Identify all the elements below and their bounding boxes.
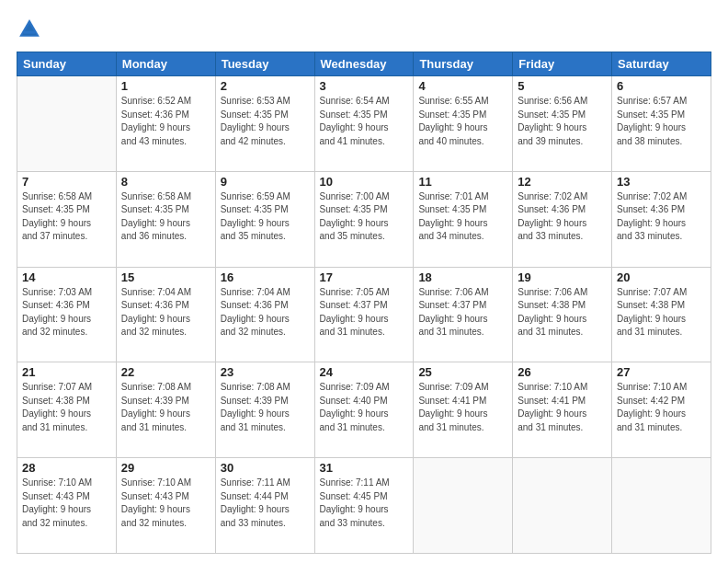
- day-info: Sunrise: 7:00 AMSunset: 4:35 PMDaylight:…: [320, 190, 409, 244]
- day-info: Sunrise: 7:01 AMSunset: 4:35 PMDaylight:…: [418, 190, 507, 244]
- calendar-cell: 19Sunrise: 7:06 AMSunset: 4:38 PMDayligh…: [513, 267, 612, 362]
- logo: [17, 17, 46, 42]
- calendar-cell: 20Sunrise: 7:07 AMSunset: 4:38 PMDayligh…: [612, 267, 711, 362]
- week-row-4: 21Sunrise: 7:07 AMSunset: 4:38 PMDayligh…: [17, 362, 711, 458]
- day-info: Sunrise: 7:11 AMSunset: 4:45 PMDaylight:…: [320, 477, 409, 530]
- calendar-body: 1Sunrise: 6:52 AMSunset: 4:36 PMDaylight…: [17, 76, 711, 554]
- day-number: 24: [320, 365, 409, 379]
- calendar-cell: 23Sunrise: 7:08 AMSunset: 4:39 PMDayligh…: [215, 362, 314, 458]
- calendar-cell: 15Sunrise: 7:04 AMSunset: 4:36 PMDayligh…: [116, 267, 215, 362]
- calendar-cell: 30Sunrise: 7:11 AMSunset: 4:44 PMDayligh…: [215, 458, 314, 554]
- day-info: Sunrise: 7:02 AMSunset: 4:36 PMDaylight:…: [518, 190, 607, 244]
- calendar-cell: 3Sunrise: 6:54 AMSunset: 4:35 PMDaylight…: [314, 76, 414, 172]
- day-number: 8: [121, 175, 210, 189]
- day-info: Sunrise: 7:04 AMSunset: 4:36 PMDaylight:…: [121, 286, 210, 339]
- day-info: Sunrise: 7:05 AMSunset: 4:37 PMDaylight:…: [320, 286, 409, 339]
- day-info: Sunrise: 7:10 AMSunset: 4:43 PMDaylight:…: [22, 477, 111, 530]
- day-info: Sunrise: 6:57 AMSunset: 4:35 PMDaylight:…: [617, 95, 706, 148]
- day-number: 4: [418, 79, 507, 93]
- day-number: 23: [221, 365, 310, 379]
- calendar-cell: [513, 458, 612, 554]
- day-info: Sunrise: 7:09 AMSunset: 4:41 PMDaylight:…: [418, 381, 507, 434]
- calendar-cell: 18Sunrise: 7:06 AMSunset: 4:37 PMDayligh…: [414, 267, 513, 362]
- week-row-3: 14Sunrise: 7:03 AMSunset: 4:36 PMDayligh…: [17, 267, 711, 362]
- day-number: 27: [617, 365, 706, 379]
- calendar-cell: 12Sunrise: 7:02 AMSunset: 4:36 PMDayligh…: [513, 171, 612, 267]
- day-number: 10: [320, 175, 409, 189]
- day-info: Sunrise: 7:06 AMSunset: 4:37 PMDaylight:…: [418, 286, 507, 339]
- day-number: 25: [418, 365, 507, 379]
- calendar-cell: 31Sunrise: 7:11 AMSunset: 4:45 PMDayligh…: [314, 458, 414, 554]
- day-number: 5: [518, 79, 607, 93]
- calendar-cell: 29Sunrise: 7:10 AMSunset: 4:43 PMDayligh…: [116, 458, 215, 554]
- day-number: 20: [617, 270, 706, 284]
- weekday-header-tuesday: Tuesday: [215, 52, 314, 76]
- calendar-cell: 27Sunrise: 7:10 AMSunset: 4:42 PMDayligh…: [612, 362, 711, 458]
- day-number: 17: [320, 270, 409, 284]
- calendar-cell: 1Sunrise: 6:52 AMSunset: 4:36 PMDaylight…: [116, 76, 215, 172]
- weekday-header-sunday: Sunday: [17, 52, 117, 76]
- calendar-cell: 5Sunrise: 6:56 AMSunset: 4:35 PMDaylight…: [513, 76, 612, 172]
- day-info: Sunrise: 7:07 AMSunset: 4:38 PMDaylight:…: [617, 286, 706, 339]
- calendar-cell: 25Sunrise: 7:09 AMSunset: 4:41 PMDayligh…: [414, 362, 513, 458]
- day-info: Sunrise: 7:07 AMSunset: 4:38 PMDaylight:…: [22, 381, 111, 434]
- day-number: 29: [121, 461, 210, 475]
- calendar-cell: 6Sunrise: 6:57 AMSunset: 4:35 PMDaylight…: [612, 76, 711, 172]
- week-row-5: 28Sunrise: 7:10 AMSunset: 4:43 PMDayligh…: [17, 458, 711, 554]
- day-number: 18: [418, 270, 507, 284]
- day-number: 15: [121, 270, 210, 284]
- calendar-cell: [17, 76, 117, 172]
- calendar-cell: 7Sunrise: 6:58 AMSunset: 4:35 PMDaylight…: [17, 171, 117, 267]
- day-info: Sunrise: 6:56 AMSunset: 4:35 PMDaylight:…: [518, 95, 607, 148]
- day-number: 19: [518, 270, 607, 284]
- day-info: Sunrise: 6:55 AMSunset: 4:35 PMDaylight:…: [418, 95, 507, 148]
- week-row-1: 1Sunrise: 6:52 AMSunset: 4:36 PMDaylight…: [17, 76, 711, 172]
- day-info: Sunrise: 6:53 AMSunset: 4:35 PMDaylight:…: [221, 95, 310, 148]
- weekday-header-friday: Friday: [513, 52, 612, 76]
- day-info: Sunrise: 7:04 AMSunset: 4:36 PMDaylight:…: [221, 286, 310, 339]
- day-info: Sunrise: 7:06 AMSunset: 4:38 PMDaylight:…: [518, 286, 607, 339]
- day-number: 16: [221, 270, 310, 284]
- day-info: Sunrise: 7:10 AMSunset: 4:42 PMDaylight:…: [617, 381, 706, 434]
- day-info: Sunrise: 6:59 AMSunset: 4:35 PMDaylight:…: [221, 190, 310, 244]
- calendar-header: SundayMondayTuesdayWednesdayThursdayFrid…: [17, 52, 711, 76]
- day-number: 2: [221, 79, 310, 93]
- day-number: 30: [221, 461, 310, 475]
- day-info: Sunrise: 6:52 AMSunset: 4:36 PMDaylight:…: [121, 95, 210, 148]
- day-number: 26: [518, 365, 607, 379]
- day-number: 3: [320, 79, 409, 93]
- day-info: Sunrise: 7:10 AMSunset: 4:43 PMDaylight:…: [121, 477, 210, 530]
- calendar-cell: 16Sunrise: 7:04 AMSunset: 4:36 PMDayligh…: [215, 267, 314, 362]
- calendar-cell: 28Sunrise: 7:10 AMSunset: 4:43 PMDayligh…: [17, 458, 117, 554]
- day-number: 21: [22, 365, 111, 379]
- day-number: 1: [121, 79, 210, 93]
- day-info: Sunrise: 6:54 AMSunset: 4:35 PMDaylight:…: [320, 95, 409, 148]
- calendar-cell: 11Sunrise: 7:01 AMSunset: 4:35 PMDayligh…: [414, 171, 513, 267]
- calendar-cell: [414, 458, 513, 554]
- calendar-cell: 14Sunrise: 7:03 AMSunset: 4:36 PMDayligh…: [17, 267, 117, 362]
- weekday-header-thursday: Thursday: [414, 52, 513, 76]
- calendar-cell: [612, 458, 711, 554]
- day-info: Sunrise: 7:08 AMSunset: 4:39 PMDaylight:…: [121, 381, 210, 434]
- day-number: 31: [320, 461, 409, 475]
- calendar-cell: 21Sunrise: 7:07 AMSunset: 4:38 PMDayligh…: [17, 362, 117, 458]
- calendar-cell: 13Sunrise: 7:02 AMSunset: 4:36 PMDayligh…: [612, 171, 711, 267]
- header: [17, 17, 711, 42]
- calendar-cell: 8Sunrise: 6:58 AMSunset: 4:35 PMDaylight…: [116, 171, 215, 267]
- weekday-header-monday: Monday: [116, 52, 215, 76]
- day-number: 7: [22, 175, 111, 189]
- day-info: Sunrise: 7:09 AMSunset: 4:40 PMDaylight:…: [320, 381, 409, 434]
- calendar-cell: 24Sunrise: 7:09 AMSunset: 4:40 PMDayligh…: [314, 362, 414, 458]
- calendar-cell: 2Sunrise: 6:53 AMSunset: 4:35 PMDaylight…: [215, 76, 314, 172]
- day-info: Sunrise: 7:02 AMSunset: 4:36 PMDaylight:…: [617, 190, 706, 244]
- day-number: 6: [617, 79, 706, 93]
- day-info: Sunrise: 6:58 AMSunset: 4:35 PMDaylight:…: [121, 190, 210, 244]
- day-number: 22: [121, 365, 210, 379]
- calendar-cell: 10Sunrise: 7:00 AMSunset: 4:35 PMDayligh…: [314, 171, 414, 267]
- calendar-cell: 17Sunrise: 7:05 AMSunset: 4:37 PMDayligh…: [314, 267, 414, 362]
- day-number: 12: [518, 175, 607, 189]
- svg-rect-2: [24, 31, 35, 34]
- day-info: Sunrise: 7:08 AMSunset: 4:39 PMDaylight:…: [221, 381, 310, 434]
- weekday-header-wednesday: Wednesday: [314, 52, 414, 76]
- calendar-table: SundayMondayTuesdayWednesdayThursdayFrid…: [17, 52, 711, 554]
